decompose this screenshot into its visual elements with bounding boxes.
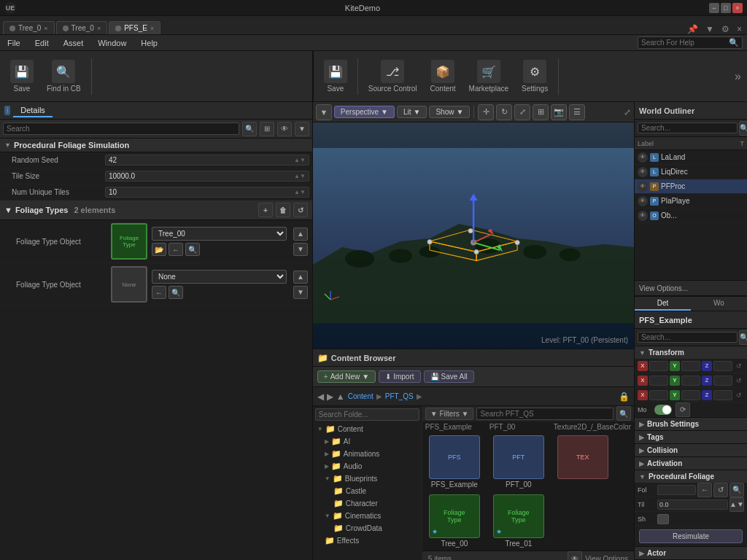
til-input[interactable]: 0.0 bbox=[657, 499, 728, 510]
rp-collision-header[interactable]: ▶ Collision bbox=[635, 444, 747, 456]
rp-brush-header[interactable]: ▶ Brush Settings bbox=[635, 418, 747, 430]
mob-icon-2[interactable]: ⟳ bbox=[676, 402, 690, 417]
x-btn-2[interactable]: X bbox=[638, 376, 648, 386]
folder-castle[interactable]: 📁 Castle bbox=[313, 485, 422, 497]
tab-close-icon[interactable]: × bbox=[735, 24, 744, 34]
tab-details[interactable]: Det bbox=[635, 297, 691, 311]
cb-forward-icon[interactable]: ▶ bbox=[327, 392, 333, 402]
tab-menu-icon[interactable]: ▼ bbox=[703, 24, 716, 34]
vt-dropdown-icon[interactable]: ▼ bbox=[316, 104, 332, 120]
tab-close[interactable]: × bbox=[44, 25, 47, 32]
visibility-icon[interactable]: 👁 bbox=[638, 167, 648, 177]
details-grid-icon[interactable]: ⊞ bbox=[260, 122, 274, 136]
show-button[interactable]: Show ▼ bbox=[429, 106, 470, 118]
details-search-icon[interactable]: 🔍 bbox=[242, 122, 257, 136]
folder-content[interactable]: ▼ 📁 Content bbox=[313, 423, 422, 435]
cb-path-pft-qs[interactable]: PFT_QS bbox=[385, 392, 414, 400]
cb-up-icon[interactable]: ▲ bbox=[336, 392, 345, 402]
y-val-2[interactable] bbox=[681, 376, 700, 386]
tab-close[interactable]: × bbox=[150, 25, 154, 32]
prop-random-seed-input[interactable]: 42 ▲▼ bbox=[105, 155, 309, 166]
camera-icon[interactable]: 📷 bbox=[551, 104, 567, 120]
z-val[interactable] bbox=[713, 361, 732, 371]
foliage-remove-item-2[interactable]: ▼ bbox=[293, 286, 308, 299]
rp-proc-foliage-header[interactable]: ▼ Procedural Foliage bbox=[635, 470, 747, 483]
expand-btn[interactable]: » bbox=[735, 70, 741, 83]
maximize-button[interactable]: □ bbox=[721, 3, 731, 13]
folder-effects[interactable]: 📁 Effects bbox=[313, 534, 422, 547]
scale-icon[interactable]: ⤢ bbox=[514, 104, 530, 120]
z-btn-2[interactable]: Z bbox=[702, 376, 712, 386]
add-new-button[interactable]: + Add New ▼ bbox=[317, 370, 376, 383]
cb-search-icon[interactable]: 🔍 bbox=[616, 406, 631, 421]
y-val-3[interactable] bbox=[681, 390, 700, 400]
tab-pfs-e[interactable]: PFS_E × bbox=[109, 21, 160, 34]
z-btn-3[interactable]: Z bbox=[702, 390, 712, 400]
foliage-add-item-1[interactable]: ▲ bbox=[293, 228, 308, 241]
tab-settings-icon[interactable]: ⚙ bbox=[719, 24, 732, 34]
foliage-nav-1[interactable]: ← bbox=[169, 243, 183, 256]
y-val[interactable] bbox=[681, 361, 700, 371]
find-in-cb-button[interactable]: 🔍 Find in CB bbox=[42, 57, 85, 96]
marketplace-button[interactable]: 🛒 Marketplace bbox=[465, 57, 513, 96]
spin-icon[interactable]: ▲▼ bbox=[294, 189, 306, 195]
details-menu-icon[interactable]: ▼ bbox=[295, 122, 309, 136]
foliage-reset-icon[interactable]: ↺ bbox=[293, 203, 308, 217]
snap-icon[interactable]: ⊞ bbox=[533, 104, 549, 120]
foliage-remove-item-1[interactable]: ▼ bbox=[293, 243, 308, 256]
tab-details[interactable]: Details bbox=[13, 104, 53, 117]
spin-icon[interactable]: ▲▼ bbox=[294, 157, 306, 163]
right-props-search-input[interactable] bbox=[638, 332, 738, 343]
outliner-item-pfproc[interactable]: 👁 P PFProc bbox=[635, 179, 747, 194]
x-btn[interactable]: X bbox=[638, 361, 648, 371]
prop-tile-size-input[interactable]: 10000.0 ▲▼ bbox=[105, 171, 309, 182]
foliage-search-1[interactable]: 🔍 bbox=[185, 243, 200, 256]
file-item-tree01[interactable]: Foliage Type ★ Tree_01 bbox=[489, 494, 548, 548]
menu-window[interactable]: Window bbox=[90, 37, 133, 49]
outliner-view-options[interactable]: View Options... bbox=[635, 280, 747, 296]
main-save-button[interactable]: 💾 Save bbox=[320, 57, 352, 96]
vt-expand-btn[interactable]: ⤢ bbox=[621, 107, 631, 117]
save-all-button[interactable]: 💾 Save All bbox=[424, 370, 474, 383]
tab-pin-icon[interactable]: 📌 bbox=[685, 24, 700, 34]
folder-audio[interactable]: ▶ 📁 Audio bbox=[313, 460, 422, 472]
prop-num-unique-tiles-input[interactable]: 10 ▲▼ bbox=[105, 187, 309, 198]
folder-cinematics[interactable]: ▼ 📁 Cinematics bbox=[313, 510, 422, 522]
z-val-2[interactable] bbox=[713, 376, 732, 386]
tab-world[interactable]: Wo bbox=[691, 297, 747, 311]
file-item-texture[interactable]: TEX bbox=[554, 435, 612, 489]
folder-crowddata[interactable]: 📁 CrowdData bbox=[313, 522, 422, 534]
folder-character[interactable]: 📁 Character bbox=[313, 497, 422, 510]
cb-lock-icon[interactable]: 🔒 bbox=[619, 392, 630, 402]
outliner-item-ob[interactable]: 👁 O Ob... bbox=[635, 209, 747, 223]
tab-tree0-1[interactable]: Tree_0 × bbox=[3, 21, 55, 34]
minimize-button[interactable]: − bbox=[709, 3, 719, 13]
x-val-3[interactable] bbox=[649, 390, 668, 400]
perspective-button[interactable]: Perspective ▼ bbox=[334, 106, 395, 118]
outliner-search-icon[interactable]: 🔍 bbox=[739, 121, 747, 136]
fol-btn-3[interactable]: 🔍 bbox=[729, 483, 744, 497]
foliage-search-2[interactable]: 🔍 bbox=[169, 286, 183, 299]
resimulate-button[interactable]: Resimulate bbox=[639, 529, 743, 543]
spin-icon[interactable]: ▲▼ bbox=[294, 173, 306, 179]
visibility-icon[interactable]: 👁 bbox=[638, 182, 648, 192]
cb-path-content[interactable]: Content bbox=[348, 392, 374, 400]
menu-edit[interactable]: Edit bbox=[28, 37, 56, 49]
details-eye-icon[interactable]: 👁 bbox=[277, 122, 292, 136]
settings-button[interactable]: ⚙ Settings bbox=[517, 57, 552, 96]
rp-search-icon[interactable]: 🔍 bbox=[739, 330, 747, 345]
visibility-icon[interactable]: 👁 bbox=[638, 211, 648, 221]
til-spin[interactable]: ▲▼ bbox=[729, 497, 744, 512]
folder-ai[interactable]: ▶ 📁 AI bbox=[313, 435, 422, 448]
sh-checkbox[interactable] bbox=[657, 514, 669, 524]
folder-blueprints[interactable]: ▼ 📁 Blueprints bbox=[313, 472, 422, 485]
xyz-reset-2[interactable]: ↺ bbox=[734, 376, 744, 386]
foliage-add-item-2[interactable]: ▲ bbox=[293, 271, 308, 284]
tab-close[interactable]: × bbox=[97, 25, 101, 32]
save-button[interactable]: 💾 Save bbox=[6, 57, 38, 96]
fol-btn-2[interactable]: ↺ bbox=[713, 483, 728, 497]
rp-transform-header[interactable]: ▼ Transform bbox=[635, 346, 747, 359]
z-val-3[interactable] bbox=[713, 390, 732, 400]
file-item-pfs-example[interactable]: PFS PFS_Example bbox=[425, 435, 484, 489]
menu-search-input[interactable] bbox=[641, 39, 729, 47]
